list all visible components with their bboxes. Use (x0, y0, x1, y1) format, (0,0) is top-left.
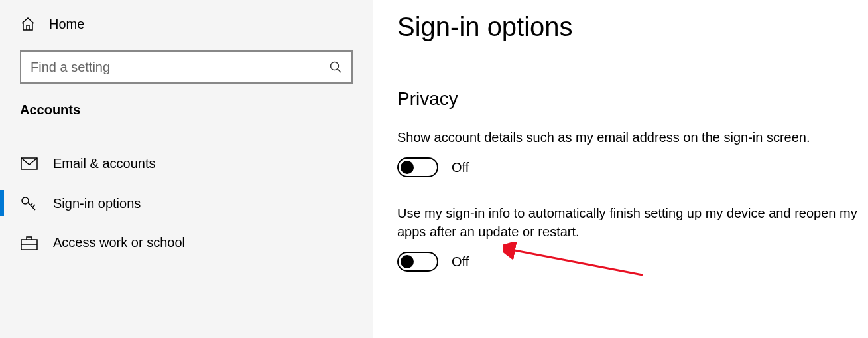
key-icon (20, 195, 38, 211)
setting-auto-finish-setup: Use my sign-in info to automatically fin… (397, 204, 868, 272)
briefcase-icon (20, 236, 38, 250)
page-title: Sign-in options (397, 12, 868, 42)
home-icon (20, 16, 36, 32)
sidebar: Home Accounts Email & accounts (0, 0, 373, 338)
sidebar-item-email-accounts[interactable]: Email & accounts (0, 144, 373, 183)
search-input-wrap[interactable] (20, 50, 353, 84)
sidebar-item-access-work-school[interactable]: Access work or school (0, 223, 373, 262)
sidebar-item-label: Email & accounts (53, 156, 156, 171)
setting-description: Use my sign-in info to automatically fin… (397, 204, 868, 241)
sidebar-item-label: Sign-in options (53, 196, 141, 211)
svg-line-6 (511, 250, 643, 275)
sidebar-section-label: Accounts (0, 102, 373, 144)
content-pane: Sign-in options Privacy Show account det… (373, 0, 868, 338)
annotation-arrow-icon (503, 242, 649, 282)
setting-show-account-details: Show account details such as my email ad… (397, 128, 868, 177)
nav-home[interactable]: Home (0, 16, 373, 50)
toggle-auto-finish-setup[interactable] (397, 252, 438, 272)
sidebar-item-label: Access work or school (53, 235, 185, 250)
mail-icon (20, 157, 38, 171)
svg-point-0 (331, 62, 339, 70)
nav-home-label: Home (49, 17, 84, 32)
search-icon (329, 60, 342, 74)
search-input[interactable] (31, 60, 329, 75)
svg-line-1 (338, 69, 341, 72)
setting-description: Show account details such as my email ad… (397, 128, 868, 147)
search-container (0, 50, 373, 102)
toggle-show-account-details[interactable] (397, 157, 438, 177)
toggle-state-label: Off (452, 254, 469, 270)
sidebar-item-sign-in-options[interactable]: Sign-in options (0, 183, 373, 223)
group-title-privacy: Privacy (397, 88, 868, 110)
toggle-state-label: Off (452, 160, 469, 175)
